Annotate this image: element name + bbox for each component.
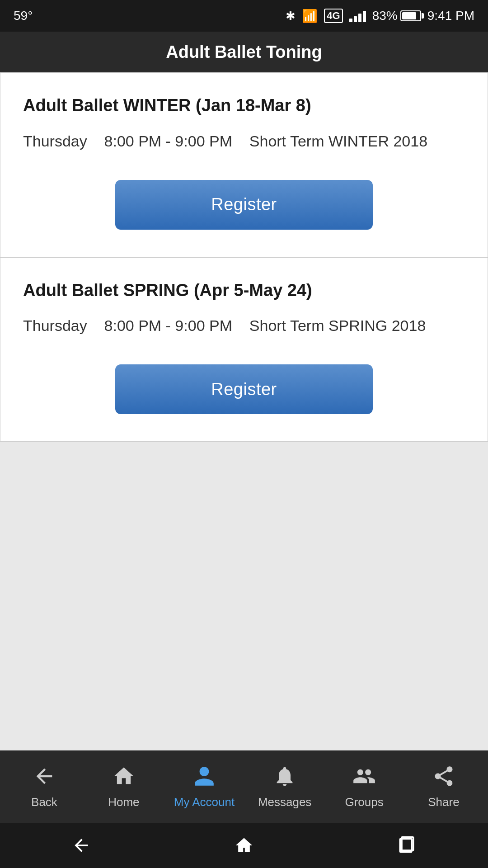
my-account-icon (192, 764, 216, 792)
home-icon (112, 764, 136, 792)
winter-class-card: Adult Ballet WINTER (Jan 18-Mar 8) Thurs… (0, 72, 488, 257)
winter-register-button[interactable]: Register (115, 180, 373, 230)
nav-item-groups[interactable]: Groups (335, 764, 394, 809)
winter-class-details: Thursday 8:00 PM - 9:00 PM Short Term WI… (23, 130, 465, 153)
android-home-button[interactable] (226, 827, 262, 863)
nav-item-share[interactable]: Share (414, 764, 473, 809)
page-title: Adult Ballet Toning (166, 42, 322, 62)
nav-item-my-account[interactable]: My Account (174, 764, 235, 809)
messages-label: Messages (258, 795, 312, 809)
share-icon (432, 764, 455, 792)
lte-badge: 4G (324, 9, 343, 23)
status-bar: 59° ✱ 📶 4G 83% 9:41 PM (0, 0, 488, 32)
groups-label: Groups (345, 795, 383, 809)
spring-day: Thursday (23, 317, 87, 334)
share-label: Share (428, 795, 459, 809)
messages-icon (273, 764, 296, 792)
winter-time: 8:00 PM - 9:00 PM (104, 132, 232, 150)
back-icon (33, 764, 56, 792)
winter-day: Thursday (23, 132, 87, 150)
main-content: Adult Ballet WINTER (Jan 18-Mar 8) Thurs… (0, 72, 488, 750)
battery-percent: 83% (372, 9, 398, 23)
winter-term: Short Term WINTER 2018 (249, 132, 427, 150)
nav-item-back[interactable]: Back (15, 764, 74, 809)
wifi-icon: 📶 (302, 9, 318, 24)
app-header: Adult Ballet Toning (0, 32, 488, 72)
winter-class-title: Adult Ballet WINTER (Jan 18-Mar 8) (23, 95, 465, 116)
spring-term: Short Term SPRING 2018 (249, 317, 426, 334)
my-account-label: My Account (174, 795, 235, 809)
status-icons: ✱ 📶 4G 83% 9:41 PM (286, 9, 474, 24)
spring-class-title: Adult Ballet SPRING (Apr 5-May 24) (23, 280, 465, 301)
battery-indicator: 83% (372, 9, 421, 23)
nav-item-messages[interactable]: Messages (255, 764, 314, 809)
android-recent-button[interactable] (389, 827, 425, 863)
nav-item-home[interactable]: Home (94, 764, 153, 809)
battery-icon (400, 10, 421, 21)
spring-class-details: Thursday 8:00 PM - 9:00 PM Short Term SP… (23, 314, 465, 337)
time-display: 9:41 PM (427, 9, 474, 23)
android-nav-bar (0, 823, 488, 868)
groups-icon (352, 764, 376, 792)
back-label: Back (31, 795, 57, 809)
home-label: Home (108, 795, 139, 809)
spring-time: 8:00 PM - 9:00 PM (104, 317, 232, 334)
signal-bars (349, 9, 366, 22)
bluetooth-icon: ✱ (286, 9, 296, 23)
bottom-nav: Back Home My Account Messages Groups Sha… (0, 750, 488, 823)
spring-register-button[interactable]: Register (115, 364, 373, 414)
temperature: 59° (14, 9, 33, 23)
spring-class-card: Adult Ballet SPRING (Apr 5-May 24) Thurs… (0, 257, 488, 442)
android-back-button[interactable] (63, 827, 99, 863)
